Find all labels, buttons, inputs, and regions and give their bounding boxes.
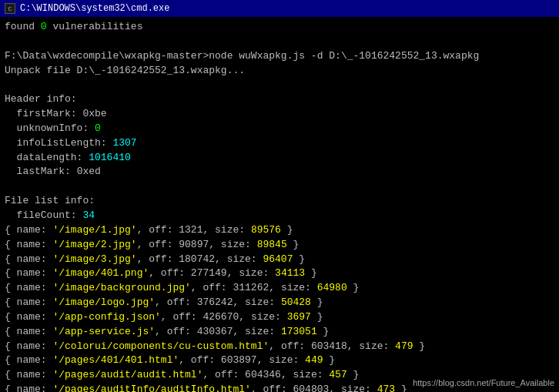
- terminal-line: [5, 35, 554, 49]
- terminal-line: { name: '/app-config.json', off: 426670,…: [5, 310, 554, 325]
- title-bar: C C:\WINDOWS\system32\cmd.exe: [0, 0, 559, 17]
- terminal-line: { name: '/pages/401/401.html', off: 6038…: [5, 353, 554, 368]
- terminal-line: { name: '/image/3.jpg', off: 180742, siz…: [5, 253, 554, 267]
- terminal-line: F:\Data\wxdecompile\wxapkg-master>node w…: [5, 49, 554, 64]
- terminal-line: [5, 78, 554, 92]
- terminal-line: infoListLength: 1307: [5, 136, 554, 151]
- terminal-line: { name: '/app-service.js', off: 430367, …: [5, 325, 554, 340]
- terminal-line: found 0 vulnerabilities: [5, 20, 554, 35]
- terminal-line: File list info:: [5, 194, 554, 209]
- terminal-line: lastMark: 0xed: [5, 165, 554, 179]
- terminal-line: { name: '/image/401.png', off: 277149, s…: [5, 266, 554, 281]
- terminal-window: found 0 vulnerabilities F:\Data\wxdecomp…: [0, 17, 559, 392]
- title-text: C:\WINDOWS\system32\cmd.exe: [20, 3, 169, 14]
- cmd-icon: C: [5, 3, 15, 14]
- terminal-line: Unpack file D:\_-1016242552_13.wxapkg...: [5, 64, 554, 79]
- terminal-line: [5, 179, 554, 194]
- terminal-line: fileCount: 34: [5, 209, 554, 223]
- terminal-line: firstMark: 0xbe: [5, 107, 554, 122]
- terminal-line: unknownInfo: 0: [5, 122, 554, 136]
- terminal-line: { name: '/image/2.jpg', off: 90897, size…: [5, 238, 554, 253]
- terminal-line: { name: '/image/background.jpg', off: 31…: [5, 281, 554, 296]
- terminal-line: { name: '/image/1.jpg', off: 1321, size:…: [5, 223, 554, 238]
- terminal-line: Header info:: [5, 92, 554, 107]
- watermark: https://blog.csdn.net/Future_Available: [413, 378, 554, 387]
- terminal-line: dataLength: 1016410: [5, 151, 554, 166]
- terminal-line: { name: '/colorui/components/cu-custom.h…: [5, 340, 554, 354]
- terminal-line: { name: '/image/logo.jpg', off: 376242, …: [5, 296, 554, 310]
